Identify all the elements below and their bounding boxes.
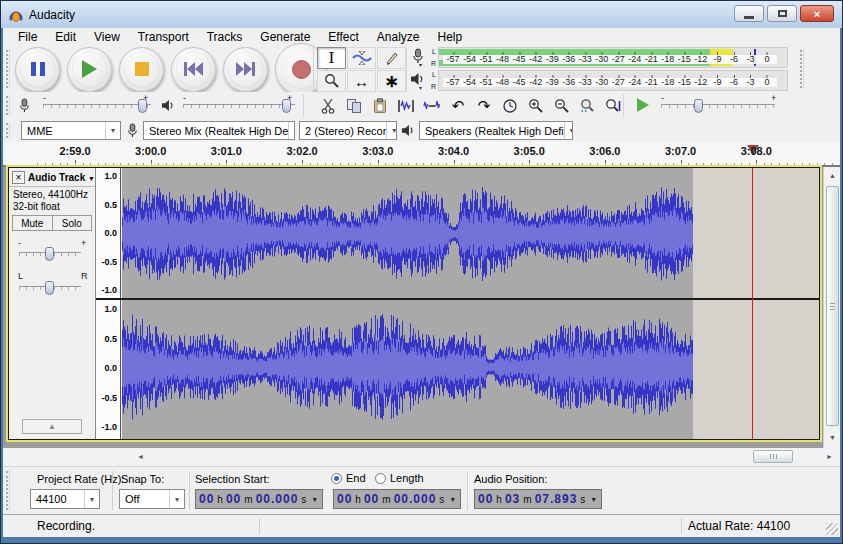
playback-device-select[interactable]: Speakers (Realtek High Defi ▾ (419, 121, 573, 140)
chevron-down-icon: ▾ (169, 490, 184, 508)
selection-end-field[interactable]: 00h00m00.000s▼ (333, 489, 461, 509)
multi-tool-button[interactable]: ∗ (377, 70, 406, 92)
recording-channels-select[interactable]: 2 (Stereo) Recor ▾ (299, 121, 397, 140)
play-at-speed-button[interactable] (637, 98, 649, 112)
chevron-down-icon[interactable]: ▼ (311, 496, 318, 503)
waveform-view[interactable] (122, 168, 819, 439)
pan-slider[interactable] (19, 286, 81, 290)
resize-grip[interactable] (826, 523, 838, 535)
undo-button[interactable]: ↶ (447, 95, 470, 117)
skip-to-end-button[interactable] (223, 47, 268, 92)
collapse-track-button[interactable]: ▲ (22, 419, 82, 434)
end-radio[interactable]: End (331, 472, 366, 484)
gain-slider[interactable] (19, 252, 81, 256)
stop-button[interactable] (119, 47, 164, 92)
audio-position-field[interactable]: 00h03m07.893s▼ (474, 489, 602, 509)
sync-lock-button[interactable] (498, 95, 521, 117)
time-shift-tool-button[interactable]: ↔ (347, 70, 376, 92)
close-button[interactable]: × (800, 5, 834, 22)
trim-audio-button[interactable] (395, 95, 418, 117)
mixer-toolbar: - + - + (3, 92, 305, 119)
fit-project-button[interactable] (602, 95, 625, 117)
time-unit: s (301, 494, 306, 505)
menu-effect[interactable]: Effect (319, 30, 367, 44)
menu-file[interactable]: File (9, 30, 46, 44)
redo-button[interactable]: ↷ (473, 95, 496, 117)
waveform-canvas[interactable] (122, 168, 821, 439)
zoom-tool-button[interactable] (317, 70, 346, 92)
vertical-ruler[interactable]: 1.00.50.0-0.5-1.0 1.00.50.0-0.5-1.0 (96, 168, 121, 439)
menu-tracks[interactable]: Tracks (198, 30, 252, 44)
selection-grabber[interactable] (6, 471, 10, 510)
track-close-button[interactable]: × (12, 171, 25, 184)
chevron-down-icon[interactable]: ▼ (449, 496, 456, 503)
selection-tool-button[interactable]: I (317, 47, 346, 69)
vertical-scrollbar[interactable]: ▲ ▼ (823, 167, 840, 448)
chevron-down-icon[interactable]: ▼ (590, 496, 597, 503)
output-volume-slider[interactable] (183, 104, 295, 108)
paste-button[interactable] (369, 95, 392, 117)
zoom-out-button[interactable] (550, 95, 573, 117)
recording-meter[interactable]: ▾ L R -57-54-51-48-45-42-39-36-33-30-27-… (408, 46, 796, 69)
meter-dropdown-icon: ▾ (419, 84, 422, 91)
end-radio-label: End (346, 472, 366, 484)
pan-slider-thumb[interactable] (45, 281, 54, 295)
play-speed-slider[interactable] (661, 104, 775, 108)
play-button[interactable] (67, 47, 112, 92)
audio-track[interactable]: × Audio Track ▼ Stereo, 44100Hz 32-bit f… (8, 167, 820, 440)
project-rate-select[interactable]: 44100 ▾ (30, 489, 100, 509)
silence-audio-button[interactable] (421, 95, 444, 117)
menu-analyze[interactable]: Analyze (368, 30, 429, 44)
scroll-right-button[interactable]: ► (822, 449, 837, 464)
audio-host-select[interactable]: MME ▾ (21, 121, 121, 140)
recording-device-select[interactable]: Stereo Mix (Realtek High De ▾ (143, 121, 295, 140)
input-volume-slider[interactable] (43, 104, 151, 108)
input-volume-thumb[interactable] (138, 99, 147, 113)
time-digits: 00 (364, 492, 379, 506)
play-speed-thumb[interactable] (694, 99, 703, 113)
title-bar[interactable]: Audacity × (1, 1, 842, 28)
track-title-menu[interactable]: Audio Track ▼ (28, 172, 95, 183)
menu-help[interactable]: Help (429, 30, 472, 44)
snap-to-select[interactable]: Off ▾ (119, 489, 185, 509)
mute-button[interactable]: Mute (13, 216, 53, 230)
skip-to-start-button[interactable] (171, 47, 216, 92)
menu-edit[interactable]: Edit (46, 30, 85, 44)
envelope-tool-button[interactable] (347, 47, 376, 69)
time-digits: 03 (505, 492, 520, 506)
copy-button[interactable] (343, 95, 366, 117)
vertical-ruler-channel-1: 1.00.50.0-0.5-1.0 (96, 171, 120, 295)
output-volume-thumb[interactable] (282, 99, 291, 113)
selection-start-field[interactable]: 00h00m00.000s▼ (195, 489, 323, 509)
draw-tool-button[interactable] (377, 47, 406, 69)
maximize-button[interactable] (767, 5, 797, 22)
menu-view[interactable]: View (85, 30, 129, 44)
timeline-ruler[interactable]: 2:59.03:00.03:01.03:02.03:03.03:04.03:05… (3, 142, 840, 167)
meter-scale-label: -54 (463, 55, 476, 64)
pause-button[interactable] (15, 47, 60, 92)
track-format-info: Stereo, 44100Hz (13, 189, 88, 200)
scroll-left-button[interactable]: ◄ (133, 449, 148, 464)
scroll-down-button[interactable]: ▼ (825, 430, 840, 445)
horizontal-scroll-thumb[interactable] (753, 450, 793, 463)
meter-scale: -57-54-51-48-45-42-39-36-33-30-27-24-21-… (443, 78, 777, 87)
vertical-scroll-thumb[interactable] (826, 186, 839, 426)
mixer-grabber[interactable] (6, 96, 10, 115)
horizontal-scrollbar[interactable]: ◄ ► (3, 448, 840, 466)
fit-selection-button[interactable] (576, 95, 599, 117)
gain-slider-thumb[interactable] (45, 247, 54, 261)
skip-to-start-icon (184, 62, 203, 76)
playback-meter[interactable]: ▾ L R -57-54-51-48-45-42-39-36-33-30-27-… (408, 69, 796, 92)
menu-transport[interactable]: Transport (129, 30, 198, 44)
device-grabber[interactable] (6, 123, 10, 138)
length-radio[interactable]: Length (375, 472, 424, 484)
meter-grabber[interactable] (800, 50, 804, 88)
solo-button[interactable]: Solo (53, 216, 92, 230)
menu-generate[interactable]: Generate (251, 30, 319, 44)
scroll-up-button[interactable]: ▲ (825, 168, 840, 183)
zoom-in-button[interactable] (524, 95, 547, 117)
minimize-button[interactable] (734, 5, 764, 22)
speed-minus: - (661, 93, 664, 103)
meter-channel-label-right: R (431, 83, 436, 90)
cut-button[interactable] (317, 95, 340, 117)
